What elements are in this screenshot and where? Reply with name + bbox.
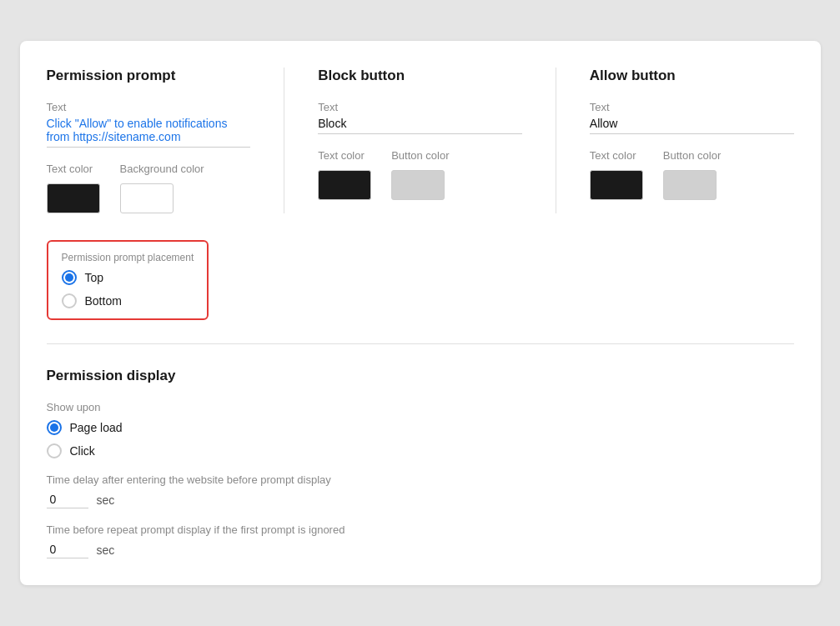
placement-option-top[interactable]: Top <box>62 270 194 285</box>
section-divider <box>47 343 794 344</box>
block-button-title: Block button <box>318 68 522 84</box>
repeat-input[interactable] <box>47 541 88 558</box>
bb-color-row: Text color Button color <box>318 149 522 200</box>
pp-text-color-field: Text color <box>47 163 100 213</box>
show-upon-radio-group: Page load Click <box>47 420 794 458</box>
bb-button-color-swatch[interactable] <box>391 170 445 200</box>
bb-text-color-label: Text color <box>318 149 371 162</box>
show-upon-label: Show upon <box>47 401 794 413</box>
permission-prompt-title: Permission prompt <box>47 68 251 84</box>
pp-bg-color-swatch[interactable] <box>120 183 174 213</box>
bb-button-color-label: Button color <box>391 149 449 162</box>
ab-text-label: Text <box>590 101 794 113</box>
bb-text-color-field: Text color <box>318 149 371 200</box>
bb-text-value: Block <box>318 117 522 134</box>
ab-text-color-field: Text color <box>590 149 643 200</box>
repeat-time-row: sec <box>47 541 794 558</box>
show-radio-page-load[interactable] <box>47 420 62 435</box>
ab-text-value: Allow <box>590 117 794 134</box>
allow-button-title: Allow button <box>590 68 794 84</box>
show-click-label: Click <box>70 444 95 458</box>
bb-text-label: Text <box>318 101 522 113</box>
placement-bottom-label: Bottom <box>85 294 122 308</box>
pp-bg-color-label: Background color <box>120 163 204 175</box>
placement-radio-bottom[interactable] <box>62 293 77 308</box>
top-columns: Permission prompt Text Click "Allow" to … <box>47 68 794 213</box>
placement-box: Permission prompt placement Top Bottom <box>47 240 209 320</box>
ab-text-color-swatch[interactable] <box>590 170 643 200</box>
placement-radio-top[interactable] <box>62 270 77 285</box>
main-card: Permission prompt Text Click "Allow" to … <box>20 41 821 585</box>
pp-text-label: Text <box>47 101 251 113</box>
delay-time-row: sec <box>47 491 794 508</box>
pp-bg-color-field: Background color <box>120 163 204 213</box>
block-button-column: Block button Text Block Text color Butto… <box>318 68 556 213</box>
show-page-load-label: Page load <box>70 421 123 434</box>
bb-button-color-field: Button color <box>391 149 449 200</box>
show-option-page-load[interactable]: Page load <box>47 420 794 435</box>
ab-button-color-field: Button color <box>663 149 721 200</box>
placement-section: Permission prompt placement Top Bottom <box>47 237 794 320</box>
ab-button-color-swatch[interactable] <box>663 170 717 200</box>
show-option-click[interactable]: Click <box>47 443 794 458</box>
pp-text-color-swatch[interactable] <box>47 183 100 213</box>
pp-text-value: Click "Allow" to enable notifications fr… <box>47 117 251 148</box>
delay-input[interactable] <box>47 491 88 508</box>
ab-button-color-label: Button color <box>663 149 721 162</box>
delay-unit: sec <box>97 493 115 507</box>
placement-option-bottom[interactable]: Bottom <box>62 293 194 308</box>
pp-text-color-label: Text color <box>47 163 100 175</box>
delay-label: Time delay after entering the website be… <box>47 473 794 486</box>
permission-prompt-column: Permission prompt Text Click "Allow" to … <box>47 68 285 213</box>
placement-label: Permission prompt placement <box>62 252 194 263</box>
placement-top-label: Top <box>85 271 104 284</box>
permission-display-title: Permission display <box>47 368 794 384</box>
permission-display-section: Permission display Show upon Page load C… <box>47 368 794 558</box>
pp-color-row: Text color Background color <box>47 163 251 213</box>
ab-text-color-label: Text color <box>590 149 643 162</box>
repeat-unit: sec <box>97 543 115 557</box>
repeat-label: Time before repeat prompt display if the… <box>47 523 794 536</box>
allow-button-column: Allow button Text Allow Text color Butto… <box>590 68 794 213</box>
show-radio-click[interactable] <box>47 443 62 458</box>
placement-radio-group: Top Bottom <box>62 270 194 308</box>
bb-text-color-swatch[interactable] <box>318 170 371 200</box>
ab-color-row: Text color Button color <box>590 149 794 200</box>
